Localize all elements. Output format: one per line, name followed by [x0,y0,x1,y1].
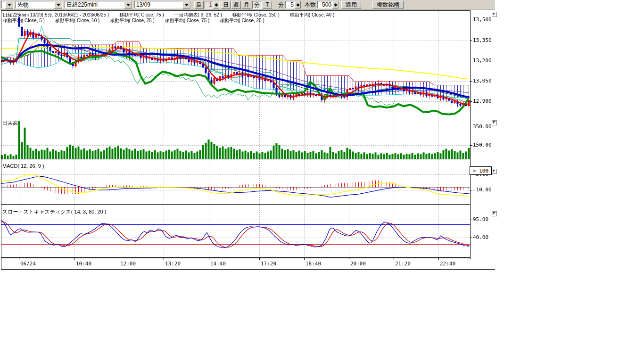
time-axis-label: 22:40 [440,261,455,267]
contract-month-value: 13/09 [135,1,182,8]
indicator-header-row2: 移動平均( Close, 5 )移動平均( Close, 10 )移動平均( C… [3,17,275,24]
bar-count-spin-icon[interactable] [332,1,339,8]
price-chart-canvas[interactable] [1,10,471,270]
contract-month-arrow-icon[interactable] [182,1,190,8]
price-axis-tick [470,101,472,102]
apply-button[interactable]: 適用 [341,1,361,9]
price-axis-tick [470,61,472,61]
bar-count-spinner[interactable]: 500 [317,1,339,8]
minute-value: 5 [286,1,295,8]
indicator-label-r2-1: 移動平均( Close, 10 ) [55,18,99,23]
indicator-label-r2-4: 移動平均( Close, 20 ) [220,18,264,23]
indicator-label-r1-1: 移動平均( Close, 75 ) [119,12,164,17]
stoch-axis-label: 95.00 [473,216,488,222]
volume-panel-label: 出来高 [2,120,18,127]
toolbar: 先物 日経225mini 13/09 足 1 日 週 月 分 T 分 5 本数 … [0,0,495,10]
stoch-axis-label: 40.00 [473,234,488,240]
time-axis-label: 14:40 [210,261,226,267]
indicator-label-r2-2: 移動平均( Close, 25 ) [110,18,154,23]
symbol-value: 日経225mini [65,1,124,9]
stoch-axis-tick [470,238,472,238]
bar-count-value: 500 [318,1,332,8]
indicator-label-r1-3: 移動平均( Close, 150 ) [232,12,280,17]
bar-count-label: 本数 [303,1,317,9]
stoch-axis-tick [470,220,472,220]
ashi-interval-spinner[interactable]: 1 [205,1,220,8]
volume-axis-tick [470,127,472,127]
chart-top-border [1,10,471,11]
indicator-label-r2-0: 移動平均( Close, 5 ) [3,18,45,23]
symbol-arrow-icon[interactable] [124,1,132,8]
macd-axis-tick [470,190,472,190]
period-month-button[interactable]: 月 [242,1,251,9]
period-week-button[interactable]: 週 [231,1,241,9]
indicator-label-r1-2: 一目均衡表( 9, 26, 52 ) [174,12,222,17]
macd-axis-label: -10.00 [473,187,492,193]
macd-panel-collapse-button[interactable] [492,169,497,174]
price-axis-label: 12,900 [473,98,492,104]
stoch-panel-label: スロー・ストキャスティクス( 14, 3, 80, 20 ) [2,208,106,215]
price-axis-tick [470,41,472,41]
volume-multiplier-badge: × 100 [470,166,492,175]
multi-symbol-button[interactable]: 複数銘柄 [372,1,404,9]
trading-chart-app: 先物 日経225mini 13/09 足 1 日 週 月 分 T 分 5 本数 … [0,0,644,362]
time-axis-label: 06/24 [20,261,36,267]
period-minute-button[interactable]: 分 [252,1,262,9]
minute-spin-icon[interactable] [295,1,301,8]
period-tick-button[interactable]: T [263,1,272,9]
indicator-label-r1-4: 移動平均( Close, 40 ) [290,12,334,17]
chart-bottom-border [1,269,495,270]
chart-area: 日経225mini 13/09( 5分, 2013/06/21 - 2013/0… [0,10,644,270]
minute-unit-label: 分 [277,1,285,9]
volume-axis-label: 350.00 [473,123,492,130]
volume-axis-tick [470,145,472,146]
time-axis-label: 21:20 [395,261,411,267]
volume-panel-collapse-button[interactable] [492,120,497,125]
stoch-panel-collapse-button[interactable] [492,211,497,216]
time-axis-label: 17:20 [261,261,276,267]
ashi-label: 足 [194,1,204,9]
volume-axis-label: 150.00 [473,142,492,148]
macd-panel-label: MACD( 12, 26, 9 ) [2,163,44,169]
time-axis-label: 12:00 [120,261,136,267]
mini-dropdown[interactable] [1,1,14,8]
price-axis-label: 13,500 [473,16,492,23]
indicator-label-r2-3: 移動平均( Close, 75 ) [165,18,209,23]
instrument-type-value: 先物 [16,1,54,9]
price-axis-label: 13,050 [473,78,492,84]
time-axis-label: 13:20 [165,261,181,267]
mini-dropdown-arrow-icon[interactable] [5,1,13,8]
main-panel-collapse-button[interactable] [492,12,497,17]
period-day-button[interactable]: 日 [221,1,231,9]
chart-left-border [1,10,1,270]
instrument-type-dropdown[interactable]: 先物 [16,1,63,8]
time-axis-label: 18:40 [305,261,321,267]
time-axis-label: 10:40 [76,261,91,267]
contract-month-dropdown[interactable]: 13/09 [134,1,191,8]
ashi-interval-value: 1 [205,1,213,8]
symbol-dropdown[interactable]: 日経225mini [65,1,132,8]
instrument-type-arrow-icon[interactable] [54,1,62,8]
minute-value-spinner[interactable]: 5 [285,1,301,8]
time-axis-label: 20:00 [350,261,366,267]
price-axis-tick [470,81,472,82]
indicator-label-r1-0: 日経225mini 13/09( 5分, 2013/06/21 - 2013/0… [3,12,109,17]
ashi-interval-spin-icon[interactable] [213,1,219,8]
price-axis-label: 13,350 [473,37,492,43]
price-axis-label: 13,200 [473,58,492,64]
price-axis-tick [470,20,472,20]
